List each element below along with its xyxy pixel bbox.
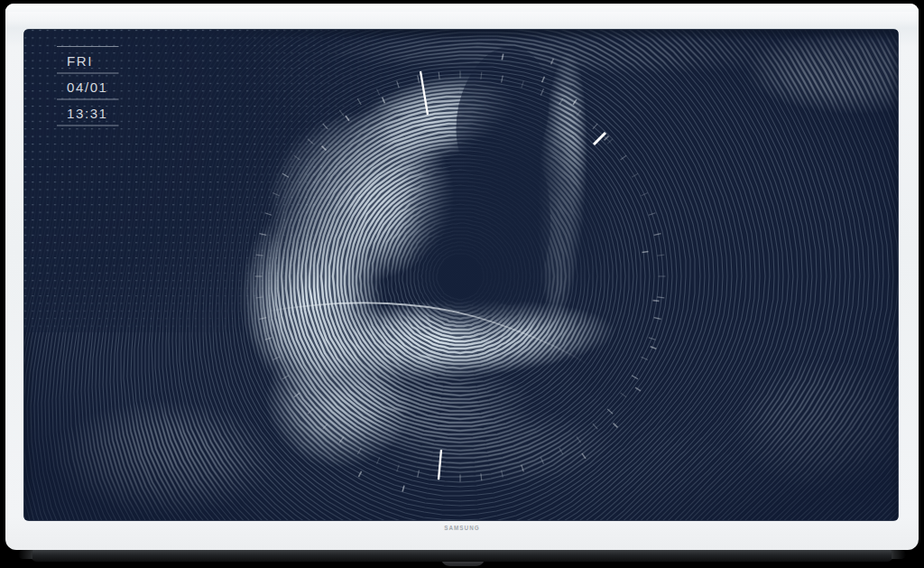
svg-text:04/01: 04/01 <box>67 79 108 95</box>
svg-text:FRI: FRI <box>67 53 93 69</box>
svg-text:13:31: 13:31 <box>67 106 108 121</box>
